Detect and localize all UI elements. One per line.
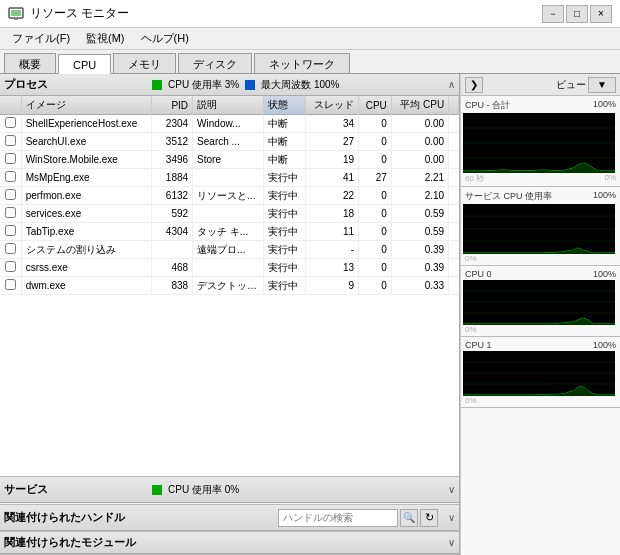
row-pid: 1884: [151, 169, 192, 187]
row-description: [193, 169, 264, 187]
table-row[interactable]: システムの割り込み 遠端プロ... 実行中 - 0 0.39: [0, 241, 459, 259]
cpu0-bottom-label: 0%: [463, 325, 618, 334]
row-description: Window...: [193, 115, 264, 133]
cpu-total-chart-section: CPU - 合計 100% 60 秒: [461, 96, 620, 187]
th-cpu[interactable]: CPU: [359, 96, 392, 115]
table-row[interactable]: WinStore.Mobile.exe 3496 Store 中断 19 0 0…: [0, 151, 459, 169]
row-cpu: 0: [359, 223, 392, 241]
row-description: [193, 259, 264, 277]
th-threads[interactable]: スレッド: [305, 96, 358, 115]
view-dropdown-button[interactable]: ▼: [588, 77, 616, 93]
process-cpu-usage-text: CPU 使用率 3%: [168, 78, 239, 92]
menu-monitor[interactable]: 監視(M): [78, 29, 133, 48]
row-checkbox[interactable]: [0, 223, 21, 241]
table-row[interactable]: perfmon.exe 6132 リソースと... 実行中 22 0 2.10: [0, 187, 459, 205]
tab-cpu[interactable]: CPU: [58, 54, 111, 74]
row-avg-cpu: 0.59: [391, 205, 448, 223]
svg-rect-13: [463, 280, 615, 325]
table-row[interactable]: ShellExperienceHost.exe 2304 Window... 中…: [0, 115, 459, 133]
cpu1-bottom-label: 0%: [463, 396, 618, 405]
handle-refresh-button[interactable]: ↻: [420, 509, 438, 527]
row-threads: 18: [305, 205, 358, 223]
row-image: dwm.exe: [21, 277, 151, 295]
tab-memory[interactable]: メモリ: [113, 53, 176, 73]
row-checkbox[interactable]: [0, 133, 21, 151]
row-avg-cpu: 0.00: [391, 115, 448, 133]
title-controls: － □ ×: [542, 5, 612, 23]
row-cpu: 0: [359, 277, 392, 295]
row-status: 実行中: [263, 223, 305, 241]
row-cpu: 0: [359, 187, 392, 205]
row-checkbox[interactable]: [0, 187, 21, 205]
process-chevron-up: ∧: [448, 79, 455, 90]
handle-section-header[interactable]: 関連付けられたハンドル: [0, 505, 272, 531]
menu-help[interactable]: ヘルプ(H): [133, 29, 197, 48]
right-arrow-button[interactable]: ❯: [465, 77, 483, 93]
row-avg-cpu: 2.10: [391, 187, 448, 205]
svg-rect-2: [14, 18, 18, 20]
row-avg-cpu: 0.39: [391, 241, 448, 259]
table-header-row: イメージ PID 説明 状態 スレッド CPU 平均 CPU: [0, 96, 459, 115]
maximize-button[interactable]: □: [566, 5, 588, 23]
tab-overview[interactable]: 概要: [4, 53, 56, 73]
handle-search-button[interactable]: 🔍: [400, 509, 418, 527]
row-status: 実行中: [263, 205, 305, 223]
left-panel: プロセス CPU 使用率 3% 最大周波数 100% ∧ イメージ PID: [0, 74, 460, 555]
row-description: Store: [193, 151, 264, 169]
row-pid: 6132: [151, 187, 192, 205]
cpu0-chart-label: CPU 0 100%: [463, 268, 618, 280]
table-row[interactable]: MsMpEng.exe 1884 実行中 41 27 2.21: [0, 169, 459, 187]
service-cpu-chart-label: サービス CPU 使用率 100%: [463, 189, 618, 204]
handle-search-input[interactable]: [278, 509, 398, 527]
service-section-header[interactable]: サービス CPU 使用率 0% ∨: [0, 477, 459, 503]
cpu0-pct-top: 100%: [593, 269, 616, 279]
tab-network[interactable]: ネットワーク: [254, 53, 350, 73]
table-row[interactable]: services.exe 592 実行中 18 0 0.59: [0, 205, 459, 223]
service-green-square: [152, 485, 162, 495]
tab-disk[interactable]: ディスク: [178, 53, 252, 73]
th-image[interactable]: イメージ: [21, 96, 151, 115]
th-avg-cpu[interactable]: 平均 CPU: [391, 96, 448, 115]
row-checkbox[interactable]: [0, 169, 21, 187]
row-checkbox[interactable]: [0, 259, 21, 277]
row-checkbox[interactable]: [0, 241, 21, 259]
process-table-container[interactable]: イメージ PID 説明 状態 スレッド CPU 平均 CPU ShellExpe…: [0, 96, 459, 476]
row-cpu: 0: [359, 259, 392, 277]
row-cpu: 0: [359, 241, 392, 259]
cpu0-chart-section: CPU 0 100% 0%: [461, 266, 620, 337]
row-image: WinStore.Mobile.exe: [21, 151, 151, 169]
row-checkbox[interactable]: [0, 115, 21, 133]
minimize-button[interactable]: －: [542, 5, 564, 23]
service-cpu-pct-top: 100%: [593, 190, 616, 203]
row-avg-cpu: 0.39: [391, 259, 448, 277]
table-row[interactable]: dwm.exe 838 デスクトップ... 実行中 9 0 0.33: [0, 277, 459, 295]
row-checkbox[interactable]: [0, 205, 21, 223]
process-section: プロセス CPU 使用率 3% 最大周波数 100% ∧ イメージ PID: [0, 74, 459, 477]
cpu1-chart-label: CPU 1 100%: [463, 339, 618, 351]
process-section-header[interactable]: プロセス CPU 使用率 3% 最大周波数 100% ∧: [0, 74, 459, 96]
table-row[interactable]: csrss.exe 468 実行中 13 0 0.39: [0, 259, 459, 277]
process-cpu-indicator: CPU 使用率 3% 最大周波数 100%: [152, 78, 448, 92]
th-status[interactable]: 状態: [263, 96, 305, 115]
app-icon: [8, 6, 24, 22]
handle-chevron: ∨: [444, 512, 459, 523]
module-section-header[interactable]: 関連付けられたモジュール ∨: [0, 532, 459, 554]
row-cpu: 0: [359, 151, 392, 169]
row-pid: 2304: [151, 115, 192, 133]
close-button[interactable]: ×: [590, 5, 612, 23]
row-status: 実行中: [263, 259, 305, 277]
th-description[interactable]: 説明: [193, 96, 264, 115]
tab-bar: 概要 CPU メモリ ディスク ネットワーク: [0, 50, 620, 74]
table-row[interactable]: SearchUI.exe 3512 Search ... 中断 27 0 0.0…: [0, 133, 459, 151]
row-checkbox[interactable]: [0, 277, 21, 295]
service-cpu-chart-svg: [463, 204, 615, 254]
table-row[interactable]: TabTip.exe 4304 タッチ キ... 実行中 11 0 0.59: [0, 223, 459, 241]
row-pid: 592: [151, 205, 192, 223]
row-checkbox[interactable]: [0, 151, 21, 169]
menu-file[interactable]: ファイル(F): [4, 29, 78, 48]
th-pid[interactable]: PID: [151, 96, 192, 115]
right-panel-content[interactable]: CPU - 合計 100% 60 秒: [461, 96, 620, 555]
menu-bar: ファイル(F) 監視(M) ヘルプ(H): [0, 28, 620, 50]
view-label: ビュー: [556, 78, 586, 92]
row-pid: 3512: [151, 133, 192, 151]
